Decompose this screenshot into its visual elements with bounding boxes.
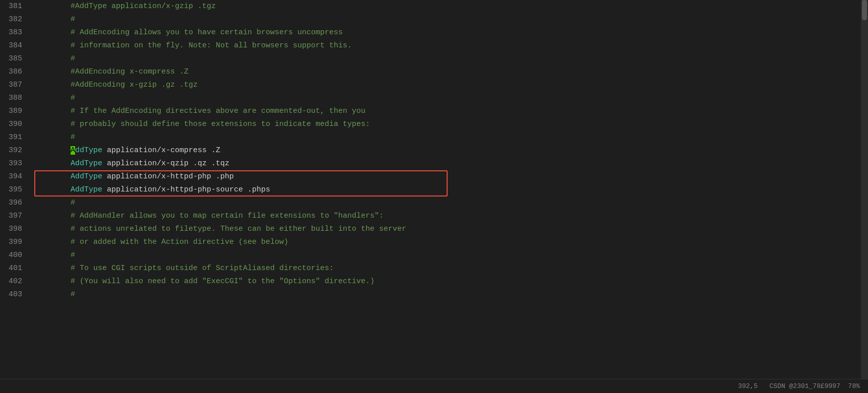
rest-392: application/x-compress .Z (102, 146, 220, 155)
status-separator (758, 382, 769, 390)
code-line-386: 386 #AddEncoding x-compress .Z (0, 66, 868, 79)
scrollbar-right[interactable] (861, 0, 868, 379)
line-content-392: AddType application/x-compress .Z (30, 144, 868, 157)
code-line-388: 388 # (0, 92, 868, 105)
line-content-382: # (30, 13, 868, 26)
keyword-395: AddType (71, 185, 102, 194)
line-content-381: #AddType application/x-gzip .tgz (30, 0, 868, 13)
red-box-wrapper: 394 AddType application/x-httpd-php .php… (0, 170, 868, 196)
code-line-399: 399 # or added with the Action directive… (0, 236, 868, 249)
line-number-382: 382 (0, 13, 30, 26)
code-line-390: 390 # probably should define those exten… (0, 118, 868, 131)
line-content-388: # (30, 92, 868, 105)
rest-393: application/x-qzip .qz .tqz (102, 159, 229, 168)
line-content-403: # (30, 288, 868, 301)
rest-395: application/x-httpd-php-source .phps (102, 185, 270, 194)
code-area: 381 #AddType application/x-gzip .tgz 382… (0, 0, 868, 379)
line-content-393: AddType application/x-qzip .qz .tqz (30, 157, 868, 170)
line-number-391: 391 (0, 131, 30, 144)
code-line-402: 402 # (You will also need to add "ExecCG… (0, 275, 868, 288)
scrollbar-thumb[interactable] (862, 0, 867, 20)
status-zoom-level: 78% (848, 382, 860, 390)
line-content-397: # AddHandler allows you to map certain f… (30, 210, 868, 223)
line-number-385: 385 (0, 52, 30, 66)
keyword-393: AddType (71, 159, 102, 168)
code-line-403: 403 # (0, 288, 868, 301)
line-content-402: # (You will also need to add "ExecCGI" t… (30, 275, 868, 288)
highlight-char-392: A (71, 146, 75, 155)
line-number-394: 394 (0, 170, 30, 183)
line-number-401: 401 (0, 262, 30, 275)
status-info: CSDN @2301_78£9997 (770, 382, 840, 390)
code-line-392: 392 AddType application/x-compress .Z (0, 144, 868, 157)
status-bar: 392,5 CSDN @2301_78£9997 78% (0, 379, 868, 393)
code-line-383: 383 # AddEncoding allows you to have cer… (0, 26, 868, 39)
rest-394: application/x-httpd-php .php (102, 172, 234, 181)
code-line-400: 400 # (0, 249, 868, 262)
line-number-381: 381 (0, 0, 30, 13)
line-number-389: 389 (0, 105, 30, 118)
code-line-382: 382 # (0, 13, 868, 26)
line-content-400: # (30, 249, 868, 262)
line-content-399: # or added with the Action directive (se… (30, 236, 868, 249)
line-number-383: 383 (0, 26, 30, 39)
line-content-384: # information on the fly. Note: Not all … (30, 39, 868, 52)
line-content-387: #AddEncoding x-gzip .gz .tgz (30, 79, 868, 92)
code-line-389: 389 # If the AddEncoding directives abov… (0, 105, 868, 118)
line-number-403: 403 (0, 288, 30, 301)
code-line-401: 401 # To use CGI scripts outside of Scri… (0, 262, 868, 275)
status-position: 392,5 (738, 382, 758, 390)
line-content-389: # If the AddEncoding directives above ar… (30, 105, 868, 118)
line-number-384: 384 (0, 39, 30, 52)
line-content-390: # probably should define those extension… (30, 118, 868, 131)
keyword-394: AddType (71, 172, 102, 181)
line-content-395: AddType application/x-httpd-php-source .… (30, 183, 868, 196)
line-number-390: 390 (0, 118, 30, 131)
code-line-398: 398 # actions unrelated to filetype. The… (0, 223, 868, 236)
line-number-398: 398 (0, 223, 30, 236)
line-number-392: 392 (0, 144, 30, 157)
line-number-387: 387 (0, 79, 30, 92)
line-number-386: 386 (0, 66, 30, 79)
line-number-393: 393 (0, 157, 30, 170)
code-line-384: 384 # information on the fly. Note: Not … (0, 39, 868, 52)
code-line-396: 396 # (0, 196, 868, 210)
line-content-398: # actions unrelated to filetype. These c… (30, 223, 868, 236)
code-line-397: 397 # AddHandler allows you to map certa… (0, 210, 868, 223)
code-line-393: 393 AddType application/x-qzip .qz .tqz (0, 157, 868, 170)
line-content-391: # (30, 131, 868, 144)
line-content-383: # AddEncoding allows you to have certain… (30, 26, 868, 39)
status-zoom (840, 382, 848, 390)
line-content-394: AddType application/x-httpd-php .php (30, 170, 868, 183)
line-content-386: #AddEncoding x-compress .Z (30, 66, 868, 79)
code-line-395: 395 AddType application/x-httpd-php-sour… (0, 183, 868, 196)
line-content-385: # (30, 52, 868, 66)
keyword-392: ddType (75, 146, 102, 155)
line-number-388: 388 (0, 92, 30, 105)
line-number-400: 400 (0, 249, 30, 262)
line-number-396: 396 (0, 196, 30, 210)
code-line-387: 387 #AddEncoding x-gzip .gz .tgz (0, 79, 868, 92)
code-line-381: 381 #AddType application/x-gzip .tgz (0, 0, 868, 13)
line-content-396: # (30, 196, 868, 210)
code-line-394: 394 AddType application/x-httpd-php .php (0, 170, 868, 183)
code-line-385: 385 # (0, 52, 868, 66)
line-number-402: 402 (0, 275, 30, 288)
code-line-391: 391 # (0, 131, 868, 144)
line-number-399: 399 (0, 236, 30, 249)
line-number-395: 395 (0, 183, 30, 196)
line-content-401: # To use CGI scripts outside of ScriptAl… (30, 262, 868, 275)
line-number-397: 397 (0, 210, 30, 223)
editor-container: 381 #AddType application/x-gzip .tgz 382… (0, 0, 868, 393)
